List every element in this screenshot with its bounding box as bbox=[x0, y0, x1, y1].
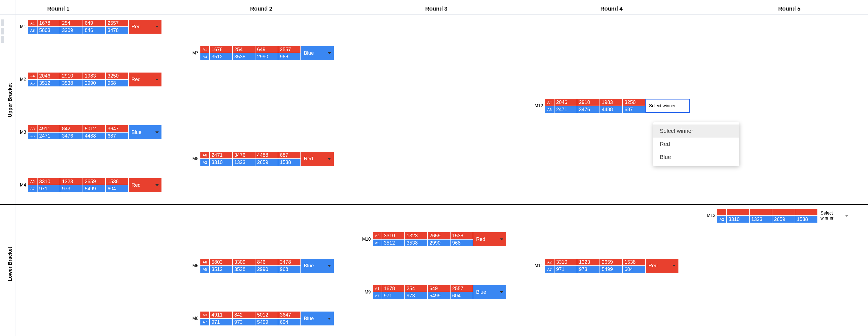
match-m2: M2 A4 2046 2910 1983 3250 A5 3512 3538 2… bbox=[17, 72, 162, 87]
match-m12: M12 A4 2046 2910 1983 3250 A6 2471 3476 … bbox=[534, 99, 690, 113]
match-id: M4 bbox=[17, 183, 28, 188]
chevron-down-icon bbox=[328, 52, 331, 54]
team-cell: 3310 bbox=[37, 178, 60, 185]
winner-label: Blue bbox=[304, 263, 314, 269]
seed-cell: A7 bbox=[28, 185, 37, 192]
match-id: M1 bbox=[17, 24, 28, 29]
blue-alliance-row: A2 3310 1323 2659 1538 bbox=[717, 216, 818, 223]
red-alliance-row: A6 2471 3476 4488 687 bbox=[200, 151, 301, 159]
seed-cell: A6 bbox=[545, 106, 554, 113]
match-m7: M7 A1 1678 254 649 2557 A4 3512 3538 299… bbox=[189, 46, 334, 60]
match-id: M13 bbox=[706, 213, 717, 218]
team-cell: 4488 bbox=[600, 106, 623, 113]
winner-dropdown[interactable]: Select winner Red Blue bbox=[653, 122, 739, 166]
winner-select[interactable]: Select winner bbox=[645, 99, 690, 113]
winner-select[interactable]: Red bbox=[301, 151, 334, 166]
team-cell: 971 bbox=[37, 185, 60, 192]
red-alliance-row: A3 4911 842 5012 3647 bbox=[200, 311, 301, 318]
grid-vertical-line bbox=[16, 0, 16, 336]
seed-cell: A6 bbox=[200, 151, 210, 159]
team-cell: 3538 bbox=[405, 239, 428, 246]
chevron-down-icon bbox=[328, 158, 331, 160]
team-cell: 2046 bbox=[554, 99, 577, 106]
team-cell: 971 bbox=[210, 318, 232, 326]
chevron-down-icon bbox=[500, 239, 503, 240]
winner-select[interactable]: Blue bbox=[301, 46, 334, 60]
dropdown-item-red[interactable]: Red bbox=[653, 138, 739, 151]
winner-select[interactable]: Blue bbox=[301, 258, 334, 273]
winner-select[interactable]: Red bbox=[128, 72, 162, 87]
winner-label: Blue bbox=[131, 129, 142, 135]
winner-select[interactable]: Select winner bbox=[818, 208, 851, 223]
winner-select[interactable]: Red bbox=[128, 178, 162, 192]
team-cell: 3309 bbox=[232, 258, 255, 266]
blue-alliance-row: A5 3512 3538 2990 968 bbox=[200, 266, 301, 273]
team-cell: 3647 bbox=[105, 125, 128, 132]
team-cell: 973 bbox=[60, 185, 83, 192]
team-cell bbox=[726, 208, 749, 216]
winner-select[interactable]: Red bbox=[128, 20, 162, 34]
match-m3: M3 A3 4911 842 5012 3647 A6 2471 3476 44… bbox=[17, 125, 162, 140]
team-cell: 4911 bbox=[210, 311, 232, 318]
team-cell: 3538 bbox=[232, 53, 255, 60]
team-cell: 649 bbox=[255, 46, 278, 53]
seed-cell: A2 bbox=[717, 216, 726, 223]
winner-label: Select winner bbox=[820, 211, 845, 221]
team-cell: 687 bbox=[105, 132, 128, 140]
team-cell: 4488 bbox=[255, 151, 278, 159]
team-cell: 3478 bbox=[105, 27, 128, 34]
chevron-down-icon bbox=[155, 184, 159, 186]
team-cell: 1538 bbox=[450, 232, 473, 239]
grid-horizontal-header bbox=[0, 14, 868, 15]
team-cell: 3250 bbox=[623, 99, 645, 106]
team-cell: 3512 bbox=[37, 80, 60, 87]
team-cell: 604 bbox=[623, 266, 645, 273]
blue-alliance-row: A7 971 973 5499 604 bbox=[545, 266, 645, 273]
seed-cell: A5 bbox=[372, 239, 382, 246]
winner-label: Red bbox=[304, 156, 313, 162]
winner-select[interactable]: Blue bbox=[473, 285, 506, 299]
blue-alliance-row: A8 5803 3309 846 3478 bbox=[28, 27, 128, 34]
red-alliance-row: A1 1678 254 649 2557 bbox=[372, 285, 473, 292]
team-cell: 1323 bbox=[577, 258, 600, 266]
team-cell: 1678 bbox=[382, 285, 405, 292]
team-cell: 1323 bbox=[405, 232, 428, 239]
team-cell: 842 bbox=[60, 125, 83, 132]
lower-bracket-label: Lower Bracket bbox=[7, 242, 13, 286]
dropdown-item-placeholder[interactable]: Select winner bbox=[653, 124, 739, 138]
team-cell: 4911 bbox=[37, 125, 60, 132]
chevron-down-icon bbox=[155, 131, 159, 133]
winner-select[interactable]: Red bbox=[645, 258, 679, 273]
bracket-divider-bottom bbox=[0, 206, 868, 206]
team-cell: 971 bbox=[554, 266, 577, 273]
match-m8: M8 A6 2471 3476 4488 687 A2 3310 1323 26… bbox=[189, 151, 334, 166]
team-cell: 2659 bbox=[83, 178, 105, 185]
team-cell: 3476 bbox=[577, 106, 600, 113]
match-m11: M11 A2 3310 1323 2659 1538 A7 971 973 54… bbox=[534, 258, 679, 273]
blue-alliance-row: A7 971 973 5499 604 bbox=[372, 292, 473, 299]
team-cell: 3538 bbox=[60, 80, 83, 87]
team-cell: 3512 bbox=[382, 239, 405, 246]
winner-select[interactable]: Blue bbox=[128, 125, 162, 140]
seed-cell: A4 bbox=[200, 53, 210, 60]
team-cell: 254 bbox=[232, 46, 255, 53]
team-cell: 5499 bbox=[428, 292, 450, 299]
winner-label: Red bbox=[131, 182, 141, 188]
team-cell: 5012 bbox=[83, 125, 105, 132]
team-cell: 846 bbox=[83, 27, 105, 34]
winner-select[interactable]: Blue bbox=[301, 311, 334, 326]
team-cell: 2659 bbox=[772, 216, 795, 223]
match-id: M6 bbox=[189, 316, 200, 321]
team-cell: 1983 bbox=[600, 99, 623, 106]
chevron-down-icon bbox=[845, 215, 848, 217]
team-cell: 973 bbox=[405, 292, 428, 299]
red-alliance-row: A1 1678 254 649 2557 bbox=[28, 20, 128, 27]
team-cell: 2910 bbox=[577, 99, 600, 106]
dropdown-item-blue[interactable]: Blue bbox=[653, 151, 739, 164]
round-header-1: Round 1 bbox=[47, 5, 69, 12]
match-m13: M13 A2 3310 1323 2659 1538 Select winner bbox=[706, 208, 851, 223]
winner-label: Blue bbox=[304, 316, 314, 322]
winner-select[interactable]: Red bbox=[473, 232, 506, 246]
seed-cell: A8 bbox=[200, 258, 210, 266]
winner-label: Red bbox=[476, 237, 485, 242]
